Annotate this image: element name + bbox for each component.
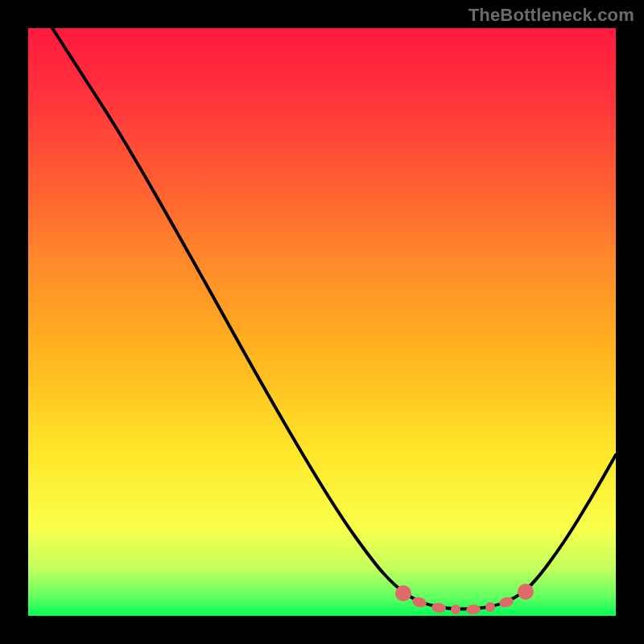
curve-bead <box>485 602 495 612</box>
curve-bead <box>518 584 534 600</box>
watermark-label: TheBottleneck.com <box>469 5 634 26</box>
chart-frame: TheBottleneck.com <box>0 0 644 644</box>
plot-area <box>28 28 616 616</box>
curve-bead <box>451 605 460 614</box>
curve-bead <box>466 604 481 614</box>
bottleneck-curve <box>52 28 616 609</box>
curve-bead <box>431 602 446 613</box>
curve-layer <box>28 28 616 616</box>
curve-bead <box>395 585 411 601</box>
